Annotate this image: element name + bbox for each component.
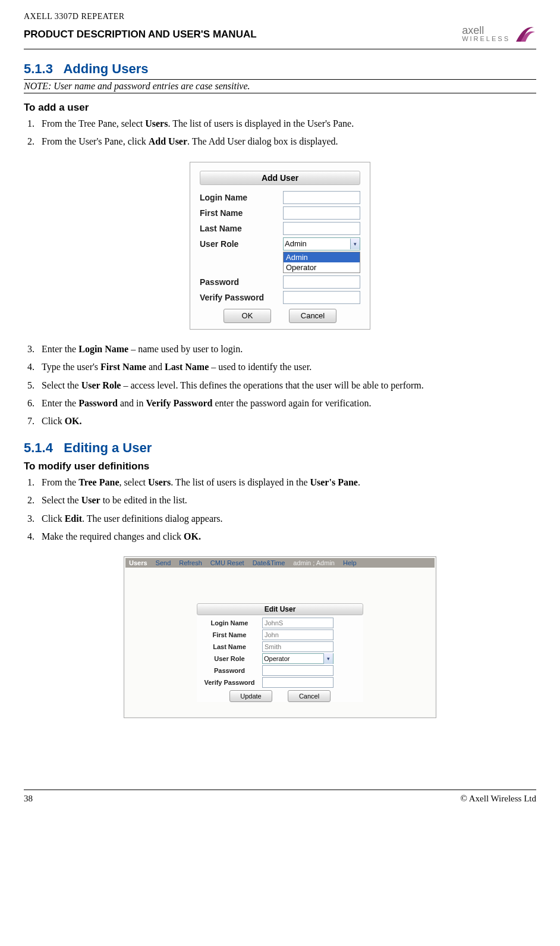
role-option-operator[interactable]: Operator [284, 262, 360, 272]
label-verify-password: Verify Password [200, 293, 283, 302]
edit-user-dialog: Edit User Login Name First Name Last Nam… [197, 603, 363, 702]
user-role-select[interactable]: Admin▾ [283, 237, 360, 250]
logo-name: axell [462, 25, 510, 36]
figure-edit-user: Users Send Refresh CMU Reset Date&Time a… [24, 556, 536, 718]
label-user-role2: User Role [197, 655, 262, 662]
logo-swirl-icon [512, 21, 536, 45]
header-product: AXELL 3307D REPEATER [24, 12, 536, 21]
add-user-dialog: Add User Login Name First Name Last Name… [190, 162, 370, 330]
steps-513b: Enter the Login Name – name used by user… [37, 343, 536, 428]
section-514-number: 5.1.4 [24, 440, 53, 455]
logo-text: axell WIRELESS [462, 25, 510, 42]
label-first-name2: First Name [197, 631, 262, 638]
subhead-add-user: To add a user [24, 102, 536, 114]
step-514-1: From the Tree Pane, select Users. The li… [37, 476, 536, 489]
logo: axell WIRELESS [462, 21, 536, 45]
cancel-button2[interactable]: Cancel [288, 690, 331, 702]
steps-513a: From the Tree Pane, select Users. The li… [37, 117, 536, 149]
toolbar-refresh[interactable]: Refresh [179, 559, 202, 566]
password-input[interactable] [283, 275, 360, 289]
steps-514: From the Tree Pane, select Users. The li… [37, 476, 536, 544]
toolbar-date-time[interactable]: Date&Time [253, 559, 285, 566]
toolbar-send[interactable]: Send [156, 559, 171, 566]
label-last-name2: Last Name [197, 643, 262, 650]
step-514-4: Make the required changes and click OK. [37, 530, 536, 543]
label-login-name2: Login Name [197, 619, 262, 627]
step-513b-7: Click OK. [37, 415, 536, 428]
edit-user-title: Edit User [197, 603, 363, 615]
label-user-role: User Role [200, 239, 283, 249]
footer: 38 © Axell Wireless Ltd [24, 790, 536, 804]
page-number: 38 [24, 794, 33, 804]
section-513-number: 5.1.3 [24, 61, 53, 76]
toolbar-cmu-reset[interactable]: CMU Reset [210, 559, 244, 566]
header-subtitle: PRODUCT DESCRIPTION AND USER'S MANUAL [24, 29, 257, 40]
section-514-name: Editing a User [64, 440, 152, 455]
label-first-name: First Name [200, 208, 283, 218]
section-513-name: Adding Users [63, 61, 148, 76]
add-user-title: Add User [200, 171, 360, 185]
step-513b-4: Type the user's First Name and Last Name… [37, 361, 536, 374]
label-verify-password2: Verify Password [197, 679, 262, 686]
verify-password-input[interactable] [283, 291, 360, 304]
login-name-input[interactable] [283, 191, 360, 204]
edit-user-body: Edit User Login Name First Name Last Nam… [125, 568, 435, 716]
header-row: PRODUCT DESCRIPTION AND USER'S MANUAL ax… [24, 21, 536, 49]
label-password: Password [200, 277, 283, 287]
copyright: © Axell Wireless Ltd [460, 794, 536, 804]
subhead-modify-user: To modify user definitions [24, 461, 536, 472]
label-password2: Password [197, 667, 262, 674]
step-513b-5: Select the User Role – access level. Thi… [37, 379, 536, 392]
step-513b-6: Enter the Password and in Verify Passwor… [37, 397, 536, 410]
note-case-sensitive: NOTE: User name and password entries are… [24, 81, 536, 93]
role-option-admin[interactable]: Admin [284, 252, 360, 262]
last-name-input[interactable] [283, 222, 360, 235]
last-name-input2[interactable] [262, 641, 334, 652]
step-513a-2: From the User's Pane, click Add User. Th… [37, 135, 536, 148]
ok-button[interactable]: OK [224, 309, 271, 323]
user-role-select2[interactable]: Operator▾ [262, 653, 334, 664]
verify-password-input2[interactable] [262, 677, 334, 688]
user-role-dropdown: Admin Operator [283, 252, 360, 273]
toolbar-help[interactable]: Help [343, 559, 357, 566]
toolbar-user-info: admin ; Admin [293, 559, 335, 566]
step-514-3: Click Edit. The user definitions dialog … [37, 512, 536, 525]
edit-user-window: Users Send Refresh CMU Reset Date&Time a… [124, 556, 436, 718]
rule [24, 79, 536, 80]
step-513a-1: From the Tree Pane, select Users. The li… [37, 117, 536, 130]
label-last-name: Last Name [200, 224, 283, 233]
chevron-down-icon: ▾ [350, 239, 360, 249]
section-513-title: 5.1.3 Adding Users [24, 61, 536, 77]
cancel-button[interactable]: Cancel [289, 309, 336, 323]
chevron-down-icon: ▾ [323, 653, 333, 664]
figure-add-user: Add User Login Name First Name Last Name… [24, 162, 536, 330]
first-name-input[interactable] [283, 206, 360, 220]
section-514-title: 5.1.4 Editing a User [24, 440, 536, 456]
login-name-input2[interactable] [262, 618, 334, 628]
step-513b-3: Enter the Login Name – name used by user… [37, 343, 536, 356]
toolbar: Users Send Refresh CMU Reset Date&Time a… [125, 558, 435, 568]
update-button[interactable]: Update [229, 690, 272, 702]
toolbar-users-label: Users [129, 559, 147, 566]
logo-sub: WIRELESS [462, 36, 510, 42]
label-login-name: Login Name [200, 193, 283, 202]
password-input2[interactable] [262, 665, 334, 676]
step-514-2: Select the User to be edited in the list… [37, 494, 536, 507]
first-name-input2[interactable] [262, 629, 334, 640]
